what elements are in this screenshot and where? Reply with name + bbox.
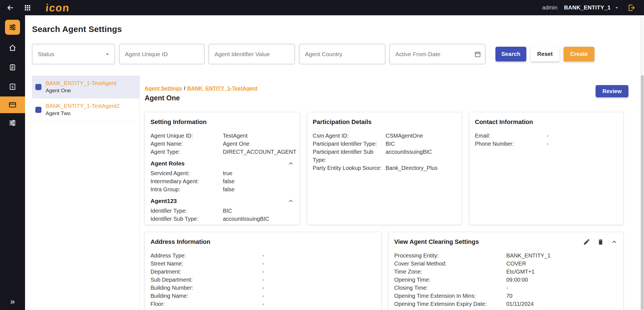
- status-select[interactable]: Status: [32, 44, 115, 64]
- agent-item-name: Agent Two: [46, 110, 120, 116]
- field-label: Participant Identifier Type:: [313, 140, 386, 148]
- scrollbar-thumb[interactable]: [641, 75, 644, 310]
- field-row: Identifier Sub Type: accountIssuingBIC: [150, 215, 294, 223]
- sidebar-item-agent-clearing[interactable]: [0, 96, 25, 113]
- agent-list-item[interactable]: BANK_ENTITY_1-TestAgent2 Agent Two: [32, 98, 139, 121]
- field-value: COVER: [506, 260, 618, 268]
- field-row: Agent Type: DIRECT_ACCOUNT_AGENT: [150, 148, 294, 156]
- sidebar-item-agent-settings[interactable]: [5, 20, 20, 35]
- page-scrollbar[interactable]: [640, 15, 644, 310]
- section-title: Agent123: [150, 198, 177, 204]
- card-title: Setting Information: [150, 118, 294, 126]
- agent-item-id: BANK_ENTITY_1-TestAgent2: [46, 103, 120, 109]
- card-contact-information: Contact Information Email: - Phone Numbe…: [469, 112, 623, 225]
- back-arrow-icon: [6, 4, 14, 12]
- field-row: Opening Time: 09:00:00: [394, 276, 618, 284]
- logout-button[interactable]: [626, 3, 637, 13]
- field-row: Email: -: [475, 132, 618, 140]
- agent-roles-section-header: Agent Roles: [150, 160, 294, 167]
- field-value: 70: [506, 292, 618, 300]
- field-label: Serviced Agent:: [150, 169, 223, 177]
- clipboard-icon: [9, 63, 16, 71]
- sidebar-item-billing[interactable]: $: [0, 77, 25, 96]
- field-row: Cover Serial Method: COVER: [394, 260, 618, 268]
- field-label: Floor:: [150, 300, 262, 308]
- sidebar-item-preferences[interactable]: [0, 113, 25, 133]
- field-row: Floor: -: [150, 300, 376, 308]
- field-label: Sub Department:: [150, 276, 262, 284]
- field-value: -: [262, 284, 376, 292]
- field-row: Opening Time Extension In Mins: 70: [394, 292, 618, 300]
- field-value: accountIssuingBIC: [386, 148, 456, 164]
- field-label: Building Name:: [150, 292, 262, 300]
- field-label: Agent Business Calendar ID:: [394, 308, 506, 310]
- agent-detail-panel: Agent Settings/BANK_ENTITY_1-TestAgent A…: [140, 76, 633, 310]
- field-value: BIC: [386, 140, 456, 148]
- agent-list-item[interactable]: BANK_ENTITY_1-TestAgent Agent One: [32, 76, 139, 98]
- cards-row-1: Setting Information Agent Unique ID: Tes…: [145, 112, 628, 225]
- agent-unique-id-input[interactable]: [119, 44, 204, 64]
- edit-clearing-button[interactable]: [583, 238, 590, 245]
- breadcrumb-current-link[interactable]: BANK_ENTITY_1-TestAgent: [187, 85, 257, 91]
- back-button[interactable]: [5, 3, 16, 13]
- chevron-up-icon: [287, 198, 294, 204]
- field-label: Opening Time Extension Expiry Date:: [394, 300, 506, 308]
- card-title: Contact Information: [475, 118, 618, 126]
- field-row: Participant Identifier Sub Type: account…: [313, 148, 456, 164]
- money-document-icon: $: [9, 83, 16, 91]
- review-button[interactable]: Review: [596, 85, 628, 97]
- field-label: Identifier Type:: [150, 207, 223, 215]
- agent-identifier-value-input[interactable]: [209, 44, 295, 64]
- field-row: Agent Unique ID: TestAgent: [150, 132, 294, 140]
- collapse-clearing-button[interactable]: [611, 239, 618, 245]
- field-value: true: [223, 169, 294, 177]
- sidebar-item-tasks[interactable]: [0, 58, 25, 77]
- logout-icon: [627, 4, 636, 12]
- field-label: Closing Time:: [394, 284, 506, 292]
- agent123-section-header: Agent123: [150, 198, 294, 204]
- agent-item-id: BANK_ENTITY_1-TestAgent: [46, 80, 117, 86]
- field-row: Department: -: [150, 268, 376, 276]
- search-button[interactable]: Search: [495, 47, 526, 61]
- delete-clearing-button[interactable]: [597, 238, 604, 245]
- apps-grid-icon: [24, 4, 31, 11]
- field-label: Intermediary Agent:: [150, 177, 223, 185]
- breadcrumb-root-link[interactable]: Agent Settings: [145, 85, 182, 91]
- participation-fields: Csm Agent ID: CSMAgentOne Participant Id…: [313, 132, 456, 172]
- field-row: Address Type: -: [150, 252, 376, 260]
- sidebar-item-home[interactable]: [0, 38, 25, 58]
- collapse-agent123-button[interactable]: [287, 198, 294, 204]
- breadcrumb-separator: /: [184, 85, 185, 91]
- field-label: Intra Group:: [150, 185, 223, 194]
- field-value: -: [262, 260, 376, 268]
- field-label: Participant Identifier Sub Type:: [313, 148, 386, 164]
- topbar-right: admin BANK_ENTITY_1: [542, 3, 637, 13]
- agent-country-input[interactable]: [299, 44, 385, 64]
- field-row: Building Name: -: [150, 292, 376, 300]
- apps-menu-button[interactable]: [23, 3, 32, 13]
- filter-bar: Status Active From Date Search Reset Cre…: [32, 44, 640, 64]
- create-button[interactable]: Create: [564, 47, 594, 61]
- card-setting-information: Setting Information Agent Unique ID: Tes…: [145, 112, 300, 225]
- field-value: TestAgent: [223, 132, 294, 140]
- field-label: Opening Time Extension In Mins:: [394, 292, 506, 300]
- field-row: Party Entity Lookup Source: Bank_Directo…: [313, 164, 456, 172]
- field-row: Csm Agent ID: CSMAgentOne: [313, 132, 456, 140]
- field-value: -: [262, 276, 376, 284]
- field-row: Building Number: -: [150, 284, 376, 292]
- breadcrumb: Agent Settings/BANK_ENTITY_1-TestAgent: [145, 85, 257, 92]
- active-from-date-field[interactable]: Active From Date: [389, 44, 485, 64]
- field-label: Opening Time:: [394, 276, 506, 284]
- field-label: Csm Agent ID:: [313, 132, 386, 140]
- card-title: Participation Details: [313, 118, 456, 126]
- collapse-agent-roles-button[interactable]: [287, 160, 294, 167]
- field-value: 01/11/2024: [506, 300, 618, 308]
- reset-button[interactable]: Reset: [531, 47, 559, 61]
- entity-selector[interactable]: BANK_ENTITY_1: [564, 4, 620, 11]
- field-value: Agent One: [223, 140, 294, 148]
- field-label: Phone Number:: [475, 140, 547, 148]
- active-from-date-placeholder: Active From Date: [395, 51, 440, 58]
- field-label: Department:: [150, 268, 262, 276]
- sidebar-expand-button[interactable]: »: [10, 297, 15, 306]
- field-value: -: [506, 284, 618, 292]
